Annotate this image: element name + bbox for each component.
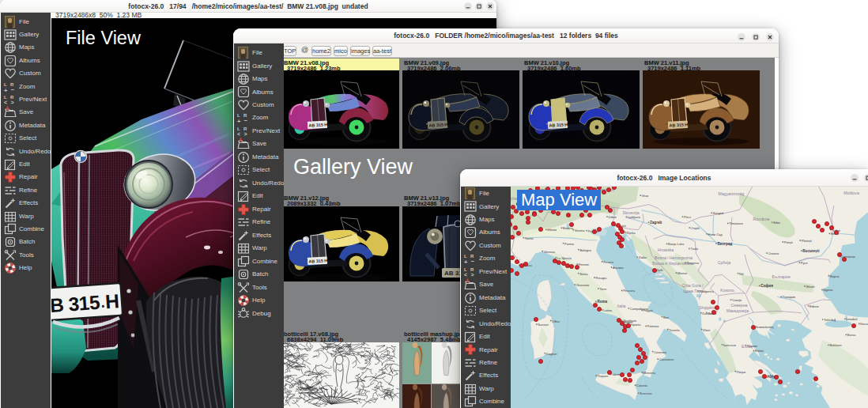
svg-text:Timișoara: Timișoara <box>729 221 743 225</box>
svg-text:Terni: Terni <box>599 287 606 291</box>
svg-text:Split: Split <box>657 268 664 272</box>
svg-text:Kosovo: Kosovo <box>720 288 734 293</box>
svg-text:Русе: Русе <box>801 261 809 265</box>
svg-text:Magyarország: Magyarország <box>719 191 745 196</box>
svg-text:Vlorë: Vlorë <box>703 328 711 332</box>
svg-text:AB 315 H: AB 315 H <box>308 122 327 127</box>
svg-text:Северна: Северна <box>731 303 748 308</box>
svg-text:Bursa: Bursa <box>847 333 856 337</box>
svg-text:Campobasso: Campobasso <box>630 307 649 311</box>
svg-text:Tuzla: Tuzla <box>690 247 698 251</box>
svg-text:Bosna i Hercegovina: Bosna i Hercegovina <box>655 255 693 260</box>
svg-text:Ploiești: Ploiești <box>802 239 812 243</box>
svg-text:AB 315 H: AB 315 H <box>549 122 568 127</box>
svg-text:Ljubljana: Ljubljana <box>628 215 641 219</box>
svg-text:Craiova: Craiova <box>768 251 779 255</box>
svg-text:Hrvatska: Hrvatska <box>658 247 674 252</box>
svg-text:Moldova: Moldova <box>843 191 859 195</box>
svg-text:Ancona: Ancona <box>613 266 624 270</box>
svg-text:Verona: Verona <box>575 229 585 232</box>
svg-text:La Spezia: La Spezia <box>557 256 572 260</box>
svg-text:Босна и Херцеговина: Босна и Херцеговина <box>652 261 693 266</box>
svg-text:Banja Luka: Banja Luka <box>668 242 685 246</box>
svg-text:Ελλάς: Ελλάς <box>742 344 753 349</box>
svg-text:България: България <box>772 274 791 279</box>
svg-text:Македонија: Македонија <box>726 308 749 313</box>
svg-text:Udine: Udine <box>609 215 617 219</box>
svg-text:Bologna: Bologna <box>579 248 591 252</box>
svg-text:Bari: Bari <box>663 315 669 319</box>
svg-text:Pesaro: Pesaro <box>603 260 613 264</box>
svg-text:Osijek: Osijek <box>691 226 700 230</box>
svg-text:Zadar: Zadar <box>639 255 647 259</box>
svg-text:România: România <box>753 217 770 221</box>
svg-text:Sibiu: Sibiu <box>773 221 780 225</box>
svg-text:File View: File View <box>66 28 142 48</box>
svg-text:Catania: Catania <box>636 383 648 387</box>
svg-text:AB 315 H: AB 315 H <box>428 122 447 127</box>
svg-text:Parma: Parma <box>564 242 575 246</box>
svg-text:Slovenija: Slovenija <box>622 210 639 215</box>
svg-text:Варна: Варна <box>830 274 840 278</box>
svg-text:Cosenza: Cosenza <box>654 350 667 354</box>
svg-text:İstanbul: İstanbul <box>846 317 857 321</box>
svg-text:Perugia: Perugia <box>595 276 607 280</box>
svg-text:Pitești: Pitești <box>784 240 793 244</box>
svg-text:Πάτρα: Πάτρα <box>737 370 746 374</box>
svg-text:Zagreb: Zagreb <box>650 221 662 225</box>
svg-text:Србија: Србија <box>718 260 731 265</box>
svg-text:Torino: Torino <box>525 236 534 240</box>
svg-text:Szeged: Szeged <box>713 211 724 215</box>
svg-text:Београд: Београд <box>717 242 732 246</box>
svg-text:Pescara: Pescara <box>623 289 635 293</box>
svg-text:Rijeka: Rijeka <box>627 231 636 235</box>
svg-text:Roma: Roma <box>597 300 607 304</box>
svg-text:Messina: Messina <box>643 371 656 375</box>
svg-text:Θεσσαλονίκη: Θεσσαλονίκη <box>755 325 773 329</box>
svg-text:Edirne: Edirne <box>810 304 819 308</box>
svg-text:Пловдив: Пловдив <box>783 295 795 299</box>
svg-text:AB 315 H: AB 315 H <box>308 258 327 263</box>
svg-text:Mostar: Mostar <box>677 271 688 275</box>
svg-text:Brescia: Brescia <box>563 226 574 230</box>
svg-text:Taranto: Taranto <box>669 328 680 332</box>
svg-text:Siracusa: Siracusa <box>640 391 652 395</box>
svg-text:Бургас: Бургас <box>824 288 833 292</box>
svg-text:Potenza: Potenza <box>647 324 659 328</box>
svg-text:Genova: Genova <box>544 250 556 254</box>
svg-text:Скопје: Скопје <box>732 298 742 302</box>
svg-text:Graz: Graz <box>642 194 649 198</box>
svg-text:Cagliari: Cagliari <box>546 352 557 356</box>
svg-text:H: H <box>104 290 120 312</box>
svg-text:Latina: Latina <box>603 308 613 312</box>
svg-text:Siena: Siena <box>579 272 588 276</box>
svg-text:B 315: B 315 <box>51 292 100 316</box>
svg-text:Βόλος: Βόλος <box>755 349 764 353</box>
svg-text:Crna Gora /: Crna Gora / <box>681 283 704 288</box>
svg-text:Firenze: Firenze <box>579 263 590 266</box>
svg-text:Grosseto: Grosseto <box>576 283 590 287</box>
svg-text:Italia: Italia <box>617 304 626 308</box>
svg-text:Нови Сад: Нови Сад <box>708 232 723 236</box>
svg-text:Shqipëria: Shqipëria <box>699 305 716 310</box>
svg-text:Sliven: Sliven <box>806 285 815 289</box>
svg-text:Milano: Milano <box>547 228 557 232</box>
svg-text:Ιωάννινα: Ιωάννινα <box>723 343 736 347</box>
svg-text:София: София <box>760 283 773 288</box>
svg-text:Niš: Niš <box>739 272 744 276</box>
svg-text:Catanzaro: Catanzaro <box>659 357 674 361</box>
svg-text:Trapani: Trapani <box>598 374 609 378</box>
svg-text:Црна Гора: Црна Гора <box>683 289 703 293</box>
svg-text:Tekirdağ: Tekirdağ <box>824 318 836 322</box>
svg-text:Olbia: Olbia <box>552 319 560 323</box>
svg-text:AB 315 H: AB 315 H <box>669 122 688 127</box>
svg-text:Durrës: Durrës <box>702 312 711 315</box>
svg-text:Balıkesir: Balıkesir <box>830 343 843 347</box>
svg-text:Pécs: Pécs <box>684 215 691 219</box>
svg-text:Kocaeli: Kocaeli <box>860 322 868 326</box>
svg-text:Sassari: Sassari <box>538 323 548 327</box>
